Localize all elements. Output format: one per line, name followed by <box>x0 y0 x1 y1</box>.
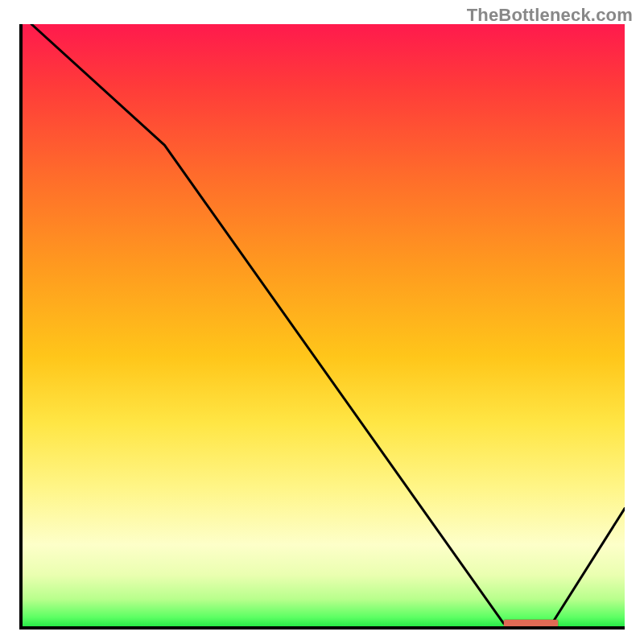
bottleneck-curve-line <box>31 24 625 623</box>
x-axis-line <box>19 626 625 630</box>
watermark-text: TheBottleneck.com <box>467 5 633 26</box>
chart-container: TheBottleneck.com <box>0 0 644 644</box>
y-axis-line <box>19 24 23 630</box>
plot-area <box>19 24 625 630</box>
curve-overlay <box>19 24 625 630</box>
